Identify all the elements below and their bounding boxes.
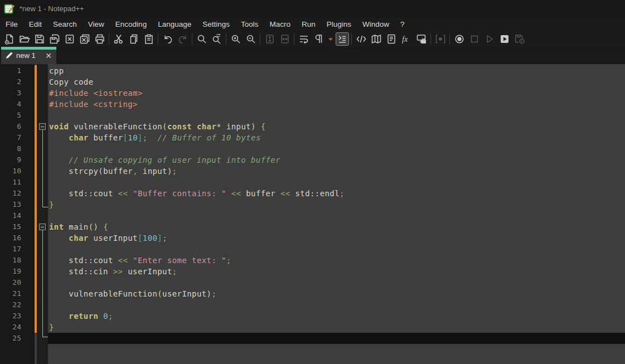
run-macro-multiple-times-button[interactable]: [498, 32, 511, 46]
menu-search[interactable]: Search: [47, 18, 83, 30]
menu-encoding[interactable]: Encoding: [110, 18, 152, 30]
monitoring-icon: [435, 33, 446, 45]
modified-pencil-icon: [6, 52, 13, 59]
fold-guide-corner: [42, 207, 48, 207]
paste-icon: [143, 33, 154, 45]
menu-window[interactable]: Window: [357, 18, 395, 30]
save-all-icon: [49, 33, 60, 45]
code-line-21: vulnerableFunction(userInput);: [49, 288, 625, 299]
tab-bar: new 1 ✕: [0, 47, 625, 64]
zoom-in-icon: [230, 33, 241, 45]
active-tab-accent: [1, 47, 56, 50]
menu-view[interactable]: View: [83, 18, 110, 30]
playback-macro-icon: [484, 33, 495, 45]
code-line-2: Copy code: [49, 76, 625, 88]
show-all-characters-button[interactable]: [312, 32, 326, 46]
sync-vertical-scroll-button[interactable]: [263, 32, 277, 46]
menu-run[interactable]: Run: [296, 18, 321, 30]
toolbar-separator: [430, 33, 431, 45]
code-line-3: #include <iostream>: [49, 88, 625, 99]
line-number-21: 21: [0, 288, 21, 299]
fold-guide-line: [42, 230, 43, 337]
save-recorded-macro-button[interactable]: [513, 32, 526, 46]
line-number-25: 25: [0, 333, 21, 344]
copy-button[interactable]: [127, 32, 140, 46]
replace-icon: [211, 33, 222, 45]
line-number-16: 16: [0, 232, 21, 244]
monitoring-button[interactable]: [434, 32, 447, 46]
tab-new-1[interactable]: new 1 ✕: [1, 47, 56, 64]
code-line-22: [49, 299, 625, 310]
menu-file[interactable]: File: [0, 18, 23, 30]
new-file-button[interactable]: [3, 32, 16, 46]
redo-button[interactable]: [176, 32, 190, 46]
code-line-18: std::cout << "Enter some text: ";: [49, 255, 625, 266]
word-wrap-button[interactable]: [297, 32, 311, 46]
function-list-button[interactable]: fx: [400, 32, 413, 46]
line-numbers: 1234567891011121314151617181920212223242…: [0, 65, 21, 344]
zoom-out-button[interactable]: [244, 32, 258, 46]
fold-collapse-box-line-15[interactable]: [39, 224, 46, 230]
toolbar-separator: [226, 33, 226, 45]
code-line-12: std::cout << "Buffer contains: " << buff…: [49, 188, 625, 199]
line-number-5: 5: [0, 110, 21, 121]
document-list-button[interactable]: [385, 32, 398, 46]
editor[interactable]: 1234567891011121314151617181920212223242…: [0, 64, 625, 364]
new-file-icon: [4, 33, 15, 45]
menu-settings[interactable]: Settings: [197, 18, 235, 30]
tab-label: new 1: [16, 51, 36, 60]
cut-button[interactable]: [112, 32, 125, 46]
code-line-20: [49, 277, 625, 288]
paste-button[interactable]: [142, 32, 156, 46]
record-macro-icon: [454, 33, 465, 45]
code-text[interactable]: cppCopy code#include <iostream>#include …: [49, 65, 625, 344]
find-button[interactable]: [195, 32, 209, 46]
toolbar-separator: [192, 33, 192, 45]
menu-language[interactable]: Language: [152, 18, 197, 30]
open-file-icon: [19, 33, 30, 45]
fold-collapse-box-line-6[interactable]: [39, 123, 46, 130]
tab-close-icon[interactable]: ✕: [45, 52, 52, 60]
line-number-23: 23: [0, 310, 21, 322]
record-macro-button[interactable]: [453, 32, 466, 46]
save-button[interactable]: [33, 32, 46, 46]
menu-edit[interactable]: Edit: [23, 18, 47, 30]
code-line-7: char buffer[10]; // Buffer of 10 bytes: [49, 132, 625, 143]
zoom-in-button[interactable]: [229, 32, 243, 46]
notepadpp-window: *new 1 - Notepad++ FileEditSearchViewEnc…: [0, 0, 625, 364]
save-all-button[interactable]: [48, 32, 61, 46]
menu-help[interactable]: ?: [395, 18, 410, 30]
undo-button[interactable]: [161, 32, 175, 46]
define-language-button[interactable]: [355, 32, 368, 46]
show-symbol-dropdown-button[interactable]: [327, 32, 334, 46]
line-number-11: 11: [0, 177, 21, 188]
folder-as-workspace-icon: [416, 33, 427, 45]
print-button[interactable]: [93, 32, 106, 46]
find-icon: [196, 33, 207, 45]
code-line-8: [49, 143, 625, 154]
code-line-9: // Unsafe copying of user input into buf…: [49, 154, 625, 166]
menu-macro[interactable]: Macro: [264, 18, 297, 30]
show-indent-guide-button[interactable]: [336, 32, 349, 46]
code-line-25: [49, 333, 625, 344]
line-number-12: 12: [0, 188, 21, 199]
copy-icon: [128, 33, 139, 45]
line-number-18: 18: [0, 255, 21, 266]
document-map-icon: [371, 33, 382, 45]
close-button[interactable]: [63, 32, 76, 46]
show-indent-guide-icon: [337, 33, 348, 45]
playback-macro-button[interactable]: [483, 32, 496, 46]
menu-plugins[interactable]: Plugins: [321, 18, 357, 30]
toolbar-separator: [449, 33, 450, 45]
title-bar: *new 1 - Notepad++: [0, 0, 625, 17]
sync-vertical-scroll-icon: [264, 33, 275, 45]
replace-button[interactable]: [210, 32, 224, 46]
open-file-button[interactable]: [18, 32, 31, 46]
code-line-15: int main() {: [49, 221, 625, 232]
sync-horizontal-scroll-button[interactable]: [278, 32, 292, 46]
close-all-button[interactable]: [78, 32, 91, 46]
document-map-button[interactable]: [370, 32, 383, 46]
stop-recording-button[interactable]: [468, 32, 481, 46]
menu-tools[interactable]: Tools: [235, 18, 264, 30]
folder-as-workspace-button[interactable]: [415, 32, 428, 46]
